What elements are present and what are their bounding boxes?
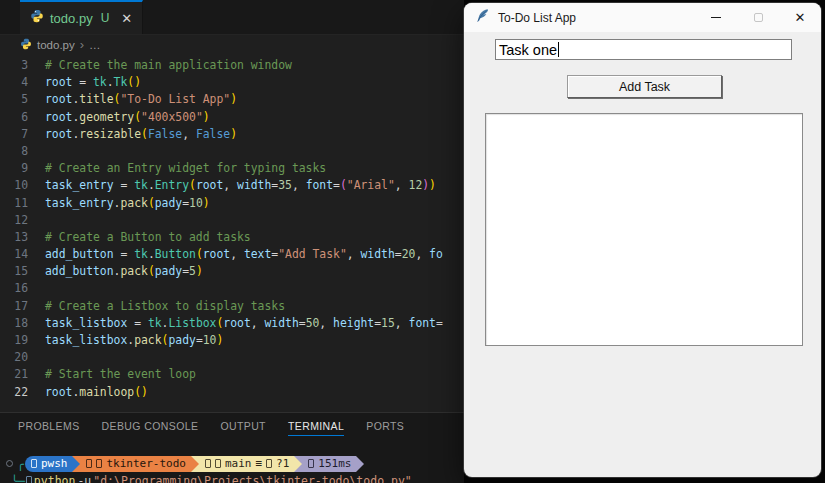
task-listbox[interactable] [485,113,803,346]
tofu-icon [96,459,102,468]
tofu-icon [308,459,314,468]
code-content: add_button.pack(pady=5) [45,263,203,280]
task-entry-input[interactable]: Task one [495,39,792,60]
breadcrumb-more[interactable]: … [89,39,101,51]
command-decoration-icon[interactable] [6,460,13,467]
text-caret [558,42,559,57]
line-number: 13 [0,229,45,246]
breadcrumb-file[interactable]: todo.py [37,39,75,51]
code-content: add_button = tk.Button(root, text="Add T… [45,246,443,263]
command-path: "d:\Programming\Projects\tkinter-todo\to… [93,474,412,483]
prompt-text: ≡ [255,457,262,470]
python-feather-icon [475,8,490,27]
code-line: 6root.geometry("400x500") [0,109,464,126]
add-task-button[interactable]: Add Task [567,75,722,98]
prompt-segment: pwsh [25,456,73,472]
python-icon [20,38,32,52]
maximize-button [737,3,779,32]
code-line: 16 [0,280,464,297]
chevron-right-icon: › [80,37,84,52]
line-number: 8 [0,143,45,160]
code-line: 19task_listbox.pack(pady=10) [0,332,464,349]
line-number: 3 [0,57,45,74]
prompt-connector-bottom: ╰─ [11,474,25,483]
command-flag: -u [77,474,91,483]
line-number: 18 [0,315,45,332]
tofu-icon [205,459,211,468]
code-content: root.title("To-Do List App") [45,91,237,108]
tofu-icon [266,459,272,468]
prompt-segment: 151ms [302,456,356,472]
code-content: task_listbox.pack(pady=10) [45,332,223,349]
panel-tab-terminal[interactable]: TERMINAL [288,417,344,436]
terminal-prompt-row: ╭ pwshtkinter-todomain≡?1151ms [0,455,412,472]
panel-tab-output[interactable]: OUTPUT [220,417,266,436]
task-entry-value: Task one [499,42,557,58]
close-icon: ✕ [795,10,806,25]
minimize-button[interactable] [695,3,737,32]
line-number: 16 [0,280,45,297]
vscode-window: todo.py U ✕ todo.py › … 3# Create the ma… [0,0,464,483]
panel-tab-debug-console[interactable]: DEBUG CONSOLE [102,417,199,436]
panel-tab-problems[interactable]: PROBLEMS [18,417,80,436]
line-number: 10 [0,177,45,194]
breadcrumb[interactable]: todo.py › … [0,35,464,54]
line-number: 14 [0,246,45,263]
tkinter-titlebar[interactable]: To-Do List App ✕ [464,3,821,32]
code-content: root = tk.Tk() [45,74,141,91]
line-number: 6 [0,109,45,126]
line-number: 9 [0,160,45,177]
prompt-segment: tkinter-todo [80,456,190,472]
tofu-icon [215,459,221,468]
panel-tab-ports[interactable]: PORTS [366,417,404,436]
code-content: # Start the event loop [45,366,196,383]
code-line: 10task_entry = tk.Entry(root, width=35, … [0,177,464,194]
line-number: 7 [0,126,45,143]
powerline-arrow [191,456,199,472]
panel-tabs: PROBLEMSDEBUG CONSOLEOUTPUTTERMINALPORTS [0,413,464,439]
git-status-badge: U [101,11,110,25]
window-title: To-Do List App [498,11,695,25]
code-content: root.mainloop() [45,384,148,401]
code-line: 4root = tk.Tk() [0,74,464,91]
code-line: 22root.mainloop() [0,384,464,401]
terminal-command-row: ╰─ python -u "d:\Programming\Projects\tk… [0,472,412,483]
line-number: 15 [0,263,45,280]
code-line: 5root.title("To-Do List App") [0,91,464,108]
code-line: 20 [0,349,464,366]
editor-code[interactable]: 3# Create the main application window4ro… [0,54,464,401]
line-number: 21 [0,366,45,383]
code-content: root.geometry("400x500") [45,109,210,126]
maximize-icon [754,13,763,22]
terminal[interactable]: ╭ pwshtkinter-todomain≡?1151ms ╰─ python… [0,455,412,483]
line-number: 5 [0,91,45,108]
code-content: # Create a Listbox to display tasks [45,298,285,315]
prompt-segments: pwshtkinter-todomain≡?1151ms [25,456,364,472]
code-line: 8 [0,143,464,160]
line-number: 17 [0,298,45,315]
line-number: 20 [0,349,45,366]
code-line: 15add_button.pack(pady=5) [0,263,464,280]
tkinter-window: To-Do List App ✕ Task one Add Task [464,3,821,477]
tab-bar-lead-space [0,0,20,34]
tofu-icon [86,459,92,468]
code-line: 11task_entry.pack(pady=10) [0,195,464,212]
caption-buttons: ✕ [695,3,821,32]
code-content: task_listbox = tk.Listbox(root, width=50… [45,315,443,332]
code-line: 14add_button = tk.Button(root, text="Add… [0,246,464,263]
code-line: 17# Create a Listbox to display tasks [0,298,464,315]
close-button[interactable]: ✕ [779,3,821,32]
code-line: 12 [0,212,464,229]
powerline-arrow [72,456,80,472]
python-icon [30,9,44,27]
tab-todo-py[interactable]: todo.py U ✕ [20,0,143,34]
line-number: 19 [0,332,45,349]
line-number: 4 [0,74,45,91]
line-number: 11 [0,195,45,212]
prompt-segment: main≡?1 [199,456,294,472]
command-program: python [34,474,76,483]
prompt-text: 151ms [318,457,351,470]
line-number: 12 [0,212,45,229]
tab-close-icon[interactable]: ✕ [121,11,132,26]
minimize-icon [711,17,721,19]
